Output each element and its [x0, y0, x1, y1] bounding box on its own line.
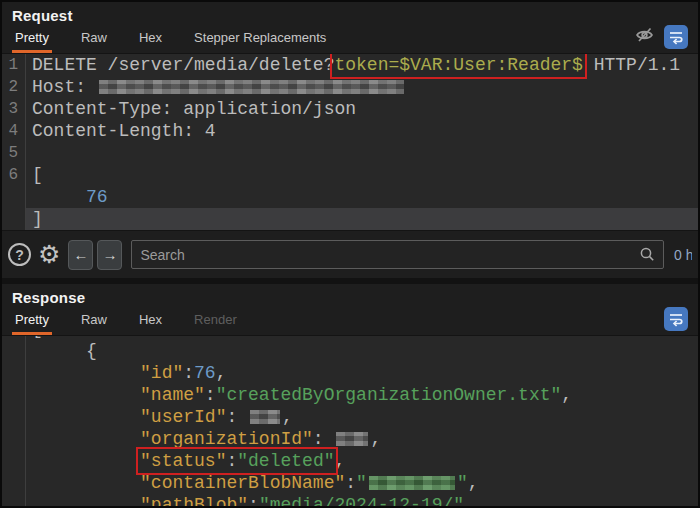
line-number: [2, 472, 26, 494]
code-text: ]: [26, 208, 698, 230]
line-number: 1: [2, 54, 26, 76]
code-line: 5: [2, 142, 698, 164]
token: ]: [32, 209, 43, 229]
request-title: Request: [12, 7, 73, 24]
code-line: {: [2, 340, 698, 362]
request-tab-hex[interactable]: Hex: [136, 26, 165, 53]
search-toolbar: ? ⚙ ← → 0 h: [2, 230, 698, 278]
token: [32, 451, 140, 471]
token: "organizationId": [140, 429, 313, 449]
token: ,: [561, 385, 572, 405]
token: HTTP/1.1: [583, 55, 680, 75]
token: :: [248, 495, 259, 506]
code-line: 4Content-Length: 4: [2, 120, 698, 142]
code-text: [26, 142, 698, 164]
response-tab-raw[interactable]: Raw: [78, 308, 110, 335]
code-text: Host:: [26, 76, 698, 98]
token: {: [32, 341, 97, 361]
next-match-button[interactable]: →: [97, 240, 122, 270]
search-magnifier-icon: [639, 246, 656, 267]
response-tab-pretty[interactable]: Pretty: [12, 308, 52, 335]
token: ,: [370, 429, 381, 449]
code-line: "status":"deleted",: [2, 450, 698, 472]
token: "deleted": [237, 451, 334, 471]
code-line: "containerBlobName":"",: [2, 472, 698, 494]
code-text: "userId": ,: [26, 406, 698, 428]
search-field-wrap: [131, 240, 664, 269]
token: "containerBlobName": [140, 473, 345, 493]
request-tab-stepper-replacements[interactable]: Stepper Replacements: [191, 26, 329, 53]
token: ,: [334, 451, 345, 471]
request-editor[interactable]: 1DELETE /server/media/delete?token=$VAR:…: [2, 54, 698, 230]
token: DELETE /server/media/delete?: [32, 55, 334, 75]
token: [32, 363, 140, 383]
code-line: 1DELETE /server/media/delete?token=$VAR:…: [2, 54, 698, 76]
redacted-text: [369, 476, 455, 490]
token: "media/2024-12-19/": [259, 495, 464, 506]
line-number: 3: [2, 98, 26, 120]
word-wrap-icon[interactable]: [664, 25, 688, 49]
annotation-box: "status":"deleted": [140, 451, 334, 471]
eye-slash-icon[interactable]: [634, 24, 655, 49]
code-text: "organizationId": ,: [26, 428, 698, 450]
code-text: [: [26, 164, 698, 186]
request-tab-pretty[interactable]: Pretty: [12, 26, 52, 53]
request-panel: Request PrettyRawHexStepper Replacements: [2, 2, 698, 278]
code-line: 6[: [2, 164, 698, 186]
response-editor[interactable]: [ { "id":76, "name":"createdByOrganizati…: [2, 336, 698, 506]
token: [32, 473, 140, 493]
settings-gear-icon[interactable]: ⚙: [38, 242, 60, 267]
code-text: DELETE /server/media/delete?token=$VAR:U…: [26, 54, 698, 76]
token: Host:: [32, 77, 97, 97]
previous-match-button[interactable]: ←: [68, 240, 93, 270]
code-line: "id":76,: [2, 362, 698, 384]
token: ": [356, 473, 367, 493]
token: [32, 495, 140, 506]
token: :: [183, 363, 194, 383]
token: [32, 429, 140, 449]
token: :: [205, 385, 216, 405]
request-tab-icons: [634, 24, 688, 53]
code-text: "id":76,: [26, 362, 698, 384]
line-number: 6: [2, 164, 26, 186]
redacted-text: [336, 432, 368, 446]
token: :: [226, 407, 248, 427]
token: token=$VAR:User:Reader$: [334, 55, 582, 75]
token: "name": [140, 385, 205, 405]
code-line: "organizationId": ,: [2, 428, 698, 450]
redacted-text: [250, 410, 280, 424]
help-icon[interactable]: ?: [8, 243, 31, 266]
line-number: 4: [2, 120, 26, 142]
response-title: Response: [12, 289, 85, 306]
burp-repeater-window: Request PrettyRawHexStepper Replacements: [0, 0, 700, 508]
code-line: "pathBlob":"media/2024-12-19/": [2, 494, 698, 506]
token: "pathBlob": [140, 495, 248, 506]
token: "userId": [140, 407, 226, 427]
token: ,: [468, 473, 479, 493]
token: [: [32, 165, 43, 185]
line-number: 2: [2, 76, 26, 98]
line-number: [2, 428, 26, 450]
response-tab-hex[interactable]: Hex: [136, 308, 165, 335]
search-result-count: 0 h: [674, 247, 692, 263]
code-line: 2Host:: [2, 76, 698, 98]
token: :: [345, 473, 356, 493]
line-number: [2, 186, 26, 208]
token: "id": [140, 363, 183, 383]
request-tab-raw[interactable]: Raw: [78, 26, 110, 53]
annotation-box: token=$VAR:User:Reader$: [334, 55, 582, 75]
line-number: [2, 406, 26, 428]
token: ,: [282, 407, 293, 427]
token: Content-Length: 4: [32, 121, 216, 141]
response-tab-icons: [664, 307, 688, 335]
code-text: "pathBlob":"media/2024-12-19/": [26, 494, 698, 506]
redacted-text: [99, 80, 404, 94]
word-wrap-icon[interactable]: [664, 307, 688, 331]
token: 76: [194, 363, 216, 383]
response-panel: Response PrettyRawHexRender [ { "id":76,…: [2, 284, 698, 506]
code-line: "userId": ,: [2, 406, 698, 428]
code-line: 3Content-Type: application/json: [2, 98, 698, 120]
line-number: [2, 450, 26, 472]
search-input[interactable]: [131, 240, 664, 269]
line-number: [2, 362, 26, 384]
